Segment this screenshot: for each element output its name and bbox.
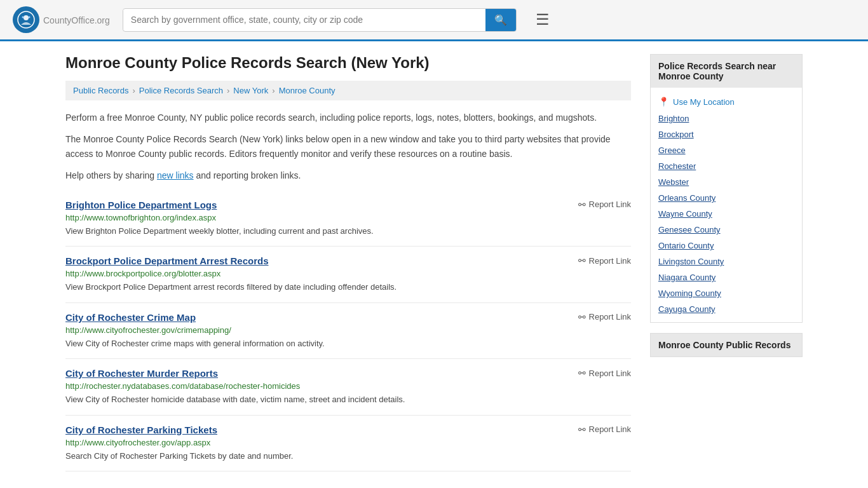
report-icon: ⚯ <box>578 424 586 435</box>
sidebar-nearby-link[interactable]: Brockport <box>658 126 794 142</box>
report-icon: ⚯ <box>578 368 586 378</box>
report-icon: ⚯ <box>578 312 586 322</box>
sidebar-nearby-link[interactable]: Brighton <box>658 111 794 126</box>
breadcrumb: Public Records › Police Records Search ›… <box>65 81 631 100</box>
result-item: City of Rochester Crime Map ⚯ Report Lin… <box>65 303 631 360</box>
main-container: Monroe County Police Records Search (New… <box>53 41 815 484</box>
sidebar-nearby-links: BrightonBrockportGreeceRochesterWebsterO… <box>658 111 794 317</box>
sidebar: Police Records Search near Monroe County… <box>650 54 803 471</box>
search-input[interactable] <box>123 10 485 30</box>
report-icon: ⚯ <box>578 200 586 210</box>
result-item: City of Rochester Parking Tickets ⚯ Repo… <box>65 416 631 472</box>
result-url[interactable]: http://www.brockportpolice.org/blotter.a… <box>65 269 631 278</box>
report-link-label: Report Link <box>589 256 631 266</box>
svg-point-3 <box>29 17 31 18</box>
description-3-pre: Help others by sharing <box>65 170 157 180</box>
sidebar-nearby-link[interactable]: Rochester <box>658 158 794 174</box>
result-title[interactable]: Brighton Police Department Logs <box>65 200 217 210</box>
result-url[interactable]: http://www.cityofrochester.gov/app.aspx <box>65 438 631 447</box>
report-link-btn[interactable]: ⚯ Report Link <box>578 200 631 210</box>
result-description: View City of Rochester homicide database… <box>65 393 631 406</box>
sidebar-public-records-box: Monroe County Public Records <box>650 333 803 357</box>
report-link-btn[interactable]: ⚯ Report Link <box>578 424 631 435</box>
description-3: Help others by sharing new links and rep… <box>65 168 631 182</box>
result-url[interactable]: http://www.townofbrighton.org/index.aspx <box>65 213 631 222</box>
result-description: View Brighton Police Department weekly b… <box>65 225 631 238</box>
search-button[interactable]: 🔍 <box>485 9 516 31</box>
logo-name: CountyOffice <box>43 15 95 25</box>
logo-text: CountyOffice.org <box>43 13 110 27</box>
breadcrumb-sep-3: › <box>272 86 275 95</box>
sidebar-nearby-link[interactable]: Wayne County <box>658 206 794 222</box>
breadcrumb-sep-2: › <box>227 86 229 95</box>
sidebar-nearby-link[interactable]: Genesee County <box>658 222 794 238</box>
result-header: City of Rochester Murder Reports ⚯ Repor… <box>65 368 631 379</box>
search-bar: 🔍 <box>123 8 517 32</box>
logo-icon <box>13 6 39 33</box>
result-title[interactable]: City of Rochester Murder Reports <box>65 368 218 379</box>
sidebar-nearby-link[interactable]: Orleans County <box>658 190 794 206</box>
result-url[interactable]: http://www.cityofrochester.gov/crimemapp… <box>65 325 631 335</box>
sidebar-nearby-link[interactable]: Ontario County <box>658 238 794 254</box>
report-link-btn[interactable]: ⚯ Report Link <box>578 368 631 378</box>
result-title[interactable]: City of Rochester Crime Map <box>65 312 196 323</box>
site-header: CountyOffice.org 🔍 ☰ <box>0 0 868 41</box>
menu-icon[interactable]: ☰ <box>536 11 550 29</box>
result-url[interactable]: http://rochester.nydatabases.com/databas… <box>65 381 631 391</box>
result-item: City of Rochester Murder Reports ⚯ Repor… <box>65 359 631 416</box>
result-description: View City of Rochester crime maps with g… <box>65 337 631 350</box>
result-item: Brockport Police Department Arrest Recor… <box>65 247 631 303</box>
svg-point-2 <box>22 17 24 18</box>
pin-icon: 📍 <box>658 97 669 107</box>
page-title: Monroe County Police Records Search (New… <box>65 54 631 72</box>
breadcrumb-public-records[interactable]: Public Records <box>73 86 128 95</box>
report-icon: ⚯ <box>578 255 586 266</box>
sidebar-nearby-link[interactable]: Niagara County <box>658 269 794 285</box>
use-my-location-btn[interactable]: 📍 Use My Location <box>658 93 794 111</box>
use-my-location-label: Use My Location <box>673 97 735 107</box>
result-title[interactable]: City of Rochester Parking Tickets <box>65 424 217 435</box>
site-logo[interactable]: CountyOffice.org <box>13 6 110 33</box>
result-header: City of Rochester Crime Map ⚯ Report Lin… <box>65 312 631 323</box>
sidebar-nearby-link[interactable]: Cayuga County <box>658 301 794 317</box>
breadcrumb-monroe-county[interactable]: Monroe County <box>279 86 336 95</box>
sidebar-nearby-link[interactable]: Wyoming County <box>658 285 794 301</box>
report-link-btn[interactable]: ⚯ Report Link <box>578 255 631 266</box>
sidebar-nearby-link[interactable]: Greece <box>658 142 794 158</box>
breadcrumb-new-york[interactable]: New York <box>233 86 268 95</box>
breadcrumb-police-records-search[interactable]: Police Records Search <box>139 86 223 95</box>
result-title[interactable]: Brockport Police Department Arrest Recor… <box>65 255 269 266</box>
content-area: Monroe County Police Records Search (New… <box>65 54 631 471</box>
result-header: City of Rochester Parking Tickets ⚯ Repo… <box>65 424 631 435</box>
results-list: Brighton Police Department Logs ⚯ Report… <box>65 191 631 472</box>
report-link-label: Report Link <box>589 424 631 434</box>
result-description: View Brockport Police Department arrest … <box>65 281 631 294</box>
logo-svg <box>17 11 35 29</box>
report-link-label: Report Link <box>589 369 631 378</box>
sidebar-public-records-title: Monroe County Public Records <box>651 334 802 356</box>
logo-suffix: .org <box>95 15 110 25</box>
result-item: Brighton Police Department Logs ⚯ Report… <box>65 191 631 247</box>
sidebar-nearby-link[interactable]: Livingston County <box>658 254 794 269</box>
report-link-btn[interactable]: ⚯ Report Link <box>578 312 631 322</box>
description-3-post: and reporting broken links. <box>194 170 301 180</box>
description-2: The Monroe County Police Records Search … <box>65 132 631 161</box>
result-header: Brockport Police Department Arrest Recor… <box>65 255 631 266</box>
result-header: Brighton Police Department Logs ⚯ Report… <box>65 200 631 210</box>
report-link-label: Report Link <box>589 200 631 209</box>
result-description: Search City of Rochester Parking Tickets… <box>65 450 631 463</box>
breadcrumb-sep-1: › <box>132 86 135 95</box>
new-links-link[interactable]: new links <box>157 170 194 180</box>
report-link-label: Report Link <box>589 312 631 322</box>
sidebar-nearby-title: Police Records Search near Monroe County <box>651 55 802 88</box>
description-1: Perform a free Monroe County, NY public … <box>65 111 631 125</box>
sidebar-nearby-content: 📍 Use My Location BrightonBrockportGreec… <box>651 88 802 322</box>
sidebar-nearby-box: Police Records Search near Monroe County… <box>650 54 803 323</box>
svg-point-1 <box>24 15 29 20</box>
sidebar-nearby-link[interactable]: Webster <box>658 174 794 190</box>
